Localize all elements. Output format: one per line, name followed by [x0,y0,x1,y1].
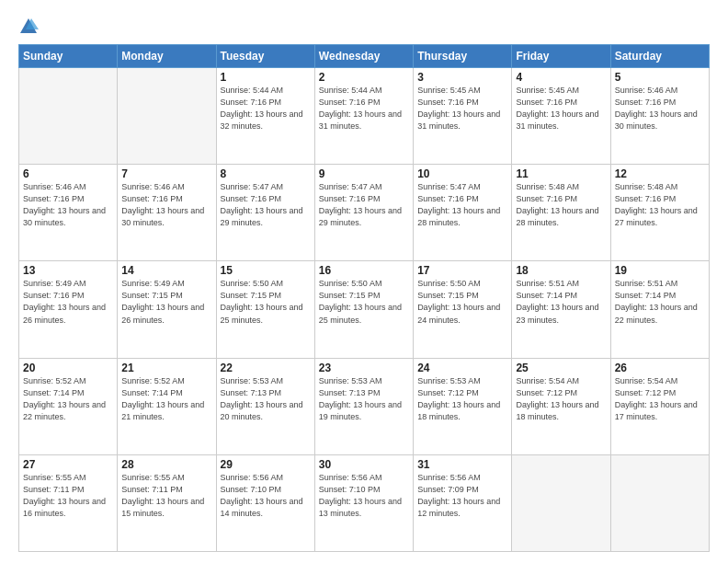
day-cell: 11Sunrise: 5:48 AM Sunset: 7:16 PM Dayli… [512,165,610,261]
day-cell: 21Sunrise: 5:52 AM Sunset: 7:14 PM Dayli… [118,358,216,454]
weekday-thursday: Thursday [414,45,512,68]
weekday-saturday: Saturday [610,45,709,68]
day-number: 28 [121,458,211,471]
day-info: Sunrise: 5:55 AM Sunset: 7:11 PM Dayligh… [121,472,211,520]
day-info: Sunrise: 5:54 AM Sunset: 7:12 PM Dayligh… [615,375,705,423]
day-cell: 7Sunrise: 5:46 AM Sunset: 7:16 PM Daylig… [118,165,216,261]
week-row-5: 27Sunrise: 5:55 AM Sunset: 7:11 PM Dayli… [19,454,710,551]
day-info: Sunrise: 5:44 AM Sunset: 7:16 PM Dayligh… [221,85,311,132]
day-cell: 22Sunrise: 5:53 AM Sunset: 7:13 PM Dayli… [216,358,314,454]
day-cell: 31Sunrise: 5:56 AM Sunset: 7:09 PM Dayli… [414,454,512,551]
day-info: Sunrise: 5:54 AM Sunset: 7:12 PM Dayligh… [516,375,606,423]
day-number: 1 [221,71,311,84]
day-cell: 19Sunrise: 5:51 AM Sunset: 7:14 PM Dayli… [610,261,709,358]
day-info: Sunrise: 5:51 AM Sunset: 7:14 PM Dayligh… [516,278,606,326]
calendar-table: SundayMondayTuesdayWednesdayThursdayFrid… [18,44,710,552]
day-cell: 8Sunrise: 5:47 AM Sunset: 7:16 PM Daylig… [216,165,314,261]
day-cell: 28Sunrise: 5:55 AM Sunset: 7:11 PM Dayli… [118,454,216,551]
day-number: 12 [615,167,705,180]
day-cell: 16Sunrise: 5:50 AM Sunset: 7:15 PM Dayli… [314,261,413,358]
week-row-4: 20Sunrise: 5:52 AM Sunset: 7:14 PM Dayli… [19,358,710,454]
day-cell: 14Sunrise: 5:49 AM Sunset: 7:15 PM Dayli… [118,261,216,358]
day-cell: 10Sunrise: 5:47 AM Sunset: 7:16 PM Dayli… [414,165,512,261]
day-number: 3 [417,71,507,84]
day-number: 11 [516,167,606,180]
day-cell: 4Sunrise: 5:45 AM Sunset: 7:16 PM Daylig… [512,68,610,165]
day-number: 8 [221,167,311,180]
logo [18,17,40,37]
day-info: Sunrise: 5:56 AM Sunset: 7:09 PM Dayligh… [417,472,507,520]
day-info: Sunrise: 5:50 AM Sunset: 7:15 PM Dayligh… [417,278,507,326]
day-info: Sunrise: 5:53 AM Sunset: 7:12 PM Dayligh… [417,375,507,423]
day-info: Sunrise: 5:47 AM Sunset: 7:16 PM Dayligh… [221,181,311,229]
day-info: Sunrise: 5:49 AM Sunset: 7:15 PM Dayligh… [121,278,211,326]
day-info: Sunrise: 5:56 AM Sunset: 7:10 PM Dayligh… [221,472,311,520]
day-cell: 26Sunrise: 5:54 AM Sunset: 7:12 PM Dayli… [610,358,709,454]
day-number: 22 [221,362,311,374]
day-info: Sunrise: 5:52 AM Sunset: 7:14 PM Dayligh… [23,375,113,423]
day-cell: 20Sunrise: 5:52 AM Sunset: 7:14 PM Dayli… [19,358,118,454]
day-info: Sunrise: 5:46 AM Sunset: 7:16 PM Dayligh… [121,181,211,229]
day-cell: 12Sunrise: 5:48 AM Sunset: 7:16 PM Dayli… [610,165,709,261]
day-info: Sunrise: 5:53 AM Sunset: 7:13 PM Dayligh… [221,375,311,423]
day-info: Sunrise: 5:55 AM Sunset: 7:11 PM Dayligh… [23,472,113,520]
day-number: 26 [615,362,705,374]
day-cell [512,454,610,551]
day-number: 21 [121,362,211,374]
day-info: Sunrise: 5:56 AM Sunset: 7:10 PM Dayligh… [319,472,409,520]
week-row-1: 1Sunrise: 5:44 AM Sunset: 7:16 PM Daylig… [19,68,710,165]
day-cell: 18Sunrise: 5:51 AM Sunset: 7:14 PM Dayli… [512,261,610,358]
day-number: 18 [516,264,606,277]
weekday-wednesday: Wednesday [314,45,413,68]
day-number: 24 [417,362,507,374]
weekday-sunday: Sunday [19,45,118,68]
day-number: 6 [23,167,113,180]
day-number: 13 [23,264,113,277]
day-cell: 1Sunrise: 5:44 AM Sunset: 7:16 PM Daylig… [216,68,314,165]
day-number: 29 [221,458,311,471]
day-number: 30 [319,458,409,471]
day-number: 9 [319,167,409,180]
day-cell: 3Sunrise: 5:45 AM Sunset: 7:16 PM Daylig… [414,68,512,165]
header [18,17,710,37]
day-cell: 15Sunrise: 5:50 AM Sunset: 7:15 PM Dayli… [216,261,314,358]
day-cell: 5Sunrise: 5:46 AM Sunset: 7:16 PM Daylig… [610,68,709,165]
day-cell: 17Sunrise: 5:50 AM Sunset: 7:15 PM Dayli… [414,261,512,358]
day-number: 25 [516,362,606,374]
day-info: Sunrise: 5:53 AM Sunset: 7:13 PM Dayligh… [319,375,409,423]
day-cell: 25Sunrise: 5:54 AM Sunset: 7:12 PM Dayli… [512,358,610,454]
day-number: 14 [121,264,211,277]
day-number: 4 [516,71,606,84]
day-cell: 2Sunrise: 5:44 AM Sunset: 7:16 PM Daylig… [314,68,413,165]
weekday-header-row: SundayMondayTuesdayWednesdayThursdayFrid… [19,45,710,68]
calendar-body: 1Sunrise: 5:44 AM Sunset: 7:16 PM Daylig… [19,68,710,552]
day-info: Sunrise: 5:48 AM Sunset: 7:16 PM Dayligh… [516,181,606,229]
day-cell: 23Sunrise: 5:53 AM Sunset: 7:13 PM Dayli… [314,358,413,454]
day-number: 23 [319,362,409,374]
day-cell: 30Sunrise: 5:56 AM Sunset: 7:10 PM Dayli… [314,454,413,551]
weekday-monday: Monday [118,45,216,68]
day-info: Sunrise: 5:50 AM Sunset: 7:15 PM Dayligh… [221,278,311,326]
day-cell: 9Sunrise: 5:47 AM Sunset: 7:16 PM Daylig… [314,165,413,261]
week-row-3: 13Sunrise: 5:49 AM Sunset: 7:16 PM Dayli… [19,261,710,358]
day-info: Sunrise: 5:46 AM Sunset: 7:16 PM Dayligh… [23,181,113,229]
day-number: 19 [615,264,705,277]
weekday-tuesday: Tuesday [216,45,314,68]
day-cell [118,68,216,165]
day-info: Sunrise: 5:46 AM Sunset: 7:16 PM Dayligh… [615,85,705,132]
day-number: 16 [319,264,409,277]
day-info: Sunrise: 5:47 AM Sunset: 7:16 PM Dayligh… [319,181,409,229]
day-cell: 6Sunrise: 5:46 AM Sunset: 7:16 PM Daylig… [19,165,118,261]
day-cell: 13Sunrise: 5:49 AM Sunset: 7:16 PM Dayli… [19,261,118,358]
day-number: 10 [417,167,507,180]
day-number: 27 [23,458,113,471]
day-info: Sunrise: 5:48 AM Sunset: 7:16 PM Dayligh… [615,181,705,229]
day-cell: 24Sunrise: 5:53 AM Sunset: 7:12 PM Dayli… [414,358,512,454]
day-cell: 27Sunrise: 5:55 AM Sunset: 7:11 PM Dayli… [19,454,118,551]
day-info: Sunrise: 5:45 AM Sunset: 7:16 PM Dayligh… [516,85,606,132]
logo-icon [18,17,39,37]
week-row-2: 6Sunrise: 5:46 AM Sunset: 7:16 PM Daylig… [19,165,710,261]
day-number: 17 [417,264,507,277]
day-number: 7 [121,167,211,180]
day-cell [19,68,118,165]
